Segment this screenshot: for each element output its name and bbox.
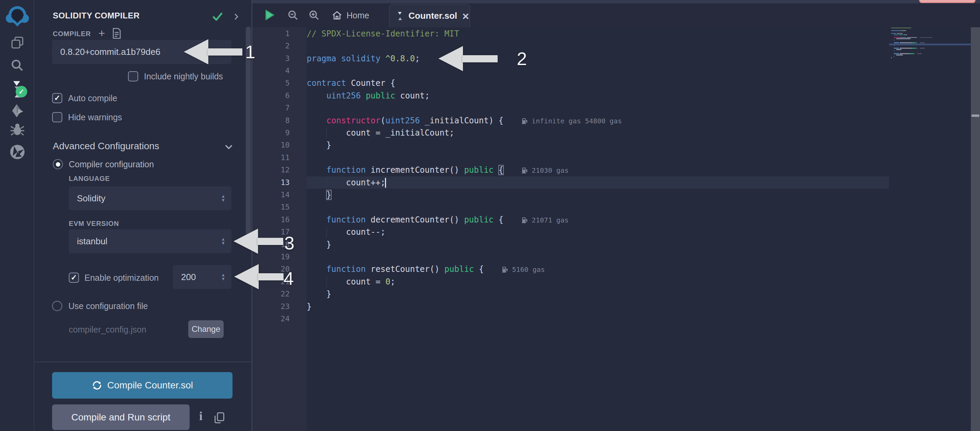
config-file-name: compiler_config.json <box>69 325 146 335</box>
arrow-1-shaft <box>208 48 242 56</box>
activity-bar: ✓ <box>0 0 34 431</box>
line-number: 9 <box>252 127 290 139</box>
tab-counter-sol[interactable]: Counter.sol × <box>389 4 470 27</box>
gas-estimate-annotation: 5160 gas <box>502 265 545 274</box>
line-number: 14 <box>252 189 290 201</box>
compiler-version-value: 0.8.20+commit.a1b79de6 <box>60 47 160 57</box>
code-line[interactable]: } <box>307 238 331 251</box>
compile-and-run-button[interactable]: Compile and Run script <box>52 404 189 430</box>
code-line[interactable]: } <box>307 288 331 300</box>
line-number: 6 <box>252 89 290 102</box>
compiler-configuration-radio[interactable] <box>53 159 63 169</box>
tab-close-icon[interactable]: × <box>462 11 469 21</box>
arrow-2-icon <box>438 46 463 71</box>
code-line[interactable]: constructor(uint256 _initialCount) {infi… <box>307 115 622 127</box>
minimap-line <box>891 48 925 49</box>
home-icon <box>331 10 342 21</box>
search-icon[interactable] <box>0 58 34 73</box>
code-line[interactable]: count--; <box>307 226 385 238</box>
compile-success-badge-icon: ✓ <box>16 86 27 97</box>
indent-guide <box>326 128 327 138</box>
compiler-doc-icon[interactable] <box>112 28 121 40</box>
minimap-line <box>891 30 906 31</box>
zoom-out-icon[interactable] <box>287 9 299 23</box>
code-line[interactable]: count = _initialCount; <box>307 127 454 139</box>
file-explorer-icon[interactable] <box>0 35 34 50</box>
line-number: 5 <box>252 77 290 89</box>
enable-optimization-checkbox[interactable] <box>69 273 79 283</box>
indent-guide <box>326 227 327 238</box>
evm-version-label: EVM VERSION <box>69 220 119 228</box>
code-line[interactable]: uint256 public count; <box>307 89 430 102</box>
annotation-number-1: 1 <box>238 40 262 64</box>
editor-scrollbar-track[interactable] <box>971 27 980 431</box>
gas-estimate-annotation: 21071 gas <box>522 216 568 224</box>
code-line[interactable]: } <box>307 189 331 201</box>
minimap-current-line <box>889 44 971 45</box>
code-line[interactable]: count++; <box>307 177 386 189</box>
use-configuration-file-label: Use configuration file <box>68 301 148 311</box>
arrow-3-icon <box>234 228 258 254</box>
minimap-line <box>891 27 911 29</box>
code-line[interactable]: } <box>307 139 331 151</box>
code-line[interactable]: function resetCounter() public {5160 gas <box>307 263 545 275</box>
optimization-runs-value: 200 <box>181 272 196 283</box>
gas-estimate-annotation: 21030 gas <box>522 166 568 174</box>
indent-guide <box>326 277 327 287</box>
line-number: 10 <box>252 139 290 151</box>
code-line[interactable]: function decrementCounter() public {2107… <box>307 214 568 226</box>
text-cursor <box>385 178 386 188</box>
language-label: LANGUAGE <box>69 175 110 183</box>
code-line[interactable]: count = 0; <box>307 276 395 288</box>
include-nightly-checkbox[interactable] <box>128 71 138 81</box>
compiler-configuration-label: Compiler configuration <box>69 159 154 169</box>
optimization-runs-input[interactable]: 200 ▲▼ <box>173 265 231 289</box>
tab-home[interactable]: Home <box>328 3 374 27</box>
add-compiler-icon[interactable]: + <box>99 27 105 40</box>
runs-stepper-icon: ▲▼ <box>221 273 225 281</box>
hide-warnings-checkbox[interactable] <box>52 112 62 122</box>
deploy-and-run-icon[interactable] <box>0 103 34 118</box>
minimap-line <box>891 49 901 50</box>
minimap-line <box>891 56 894 57</box>
language-value: Solidity <box>77 193 105 204</box>
remix-logo-icon[interactable] <box>0 5 34 27</box>
evm-stepper-icon: ▲▼ <box>221 238 225 245</box>
language-stepper-icon: ▲▼ <box>221 195 225 202</box>
chevron-down-icon[interactable] <box>224 142 234 153</box>
code-line[interactable]: // SPDX-License-Identifier: MIT <box>307 27 459 40</box>
use-configuration-file-radio[interactable] <box>52 301 62 311</box>
advanced-configurations-heading[interactable]: Advanced Configurations <box>53 141 159 152</box>
auto-compile-checkbox[interactable] <box>52 93 62 103</box>
info-icon[interactable]: i <box>199 409 202 423</box>
arrow-4-icon <box>234 264 259 289</box>
plugin-k-icon[interactable] <box>0 144 34 160</box>
annotation-number-2: 2 <box>510 47 534 70</box>
language-select[interactable]: Solidity ▲▼ <box>69 186 231 210</box>
code-line[interactable]: } <box>307 300 312 313</box>
line-number: 11 <box>252 152 290 164</box>
annotation-number-3: 3 <box>277 231 301 255</box>
line-number: 1 <box>252 27 290 40</box>
minimap-line <box>891 38 910 39</box>
debugger-icon[interactable] <box>0 122 34 137</box>
compiler-section-label: COMPILER <box>53 30 91 38</box>
copy-icon[interactable] <box>214 412 225 426</box>
editor-scrollbar-thumb[interactable] <box>972 115 979 117</box>
minimap-line <box>891 42 925 43</box>
minimap-line <box>891 33 903 34</box>
collapse-panel-chevron-icon[interactable] <box>232 13 240 22</box>
compile-button[interactable]: Compile Counter.sol <box>52 372 232 399</box>
zoom-in-icon[interactable] <box>308 9 320 23</box>
line-number: 24 <box>252 313 290 325</box>
annotation-number-4: 4 <box>277 267 301 290</box>
run-script-play-icon[interactable] <box>264 9 275 22</box>
evm-version-select[interactable]: istanbul ▲▼ <box>69 229 231 253</box>
current-line-highlight <box>307 177 889 189</box>
code-line[interactable]: pragma solidity ^0.8.0; <box>307 53 420 65</box>
code-line[interactable]: function incrementCounter() public {2103… <box>307 164 568 176</box>
change-config-button[interactable]: Change <box>188 320 224 338</box>
code-line[interactable]: contract Counter { <box>307 77 395 89</box>
panel-title: SOLIDITY COMPILER <box>53 11 140 21</box>
line-number: 15 <box>252 201 290 213</box>
